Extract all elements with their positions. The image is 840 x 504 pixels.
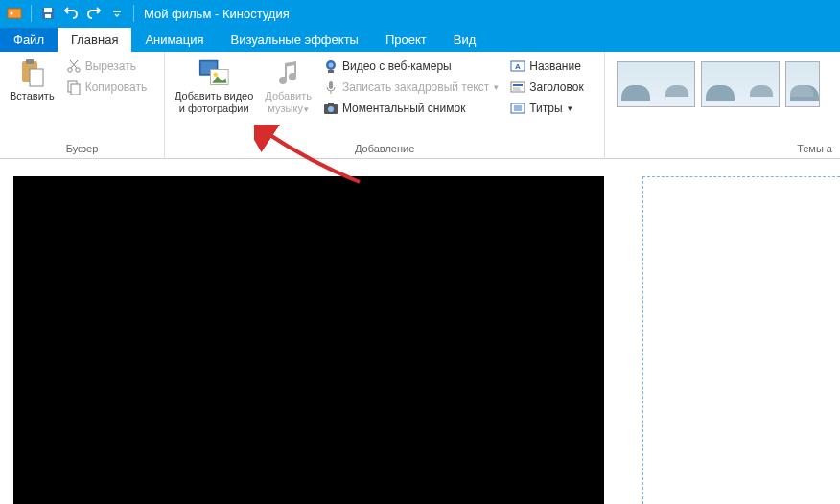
- tab-effects[interactable]: Визуальные эффекты: [217, 28, 371, 52]
- ribbon: Вставить Вырезать Копировать Буфер: [0, 52, 840, 159]
- svg-line-12: [70, 60, 77, 68]
- header-label: Заголовок: [529, 80, 583, 94]
- svg-rect-21: [328, 70, 334, 73]
- save-icon[interactable]: [37, 3, 58, 24]
- svg-text:A: A: [515, 62, 521, 71]
- webcam-button[interactable]: Видео с веб-камеры: [319, 56, 502, 77]
- tab-animation[interactable]: Анимация: [131, 28, 217, 52]
- ribbon-tabs: Файл Главная Анимация Визуальные эффекты…: [0, 27, 840, 52]
- preview-pane[interactable]: [13, 176, 604, 504]
- undo-icon[interactable]: [60, 3, 82, 24]
- svg-point-10: [75, 68, 79, 72]
- timeline-pane[interactable]: [642, 176, 840, 504]
- group-adding: Добавить видеои фотографии Добавитьмузык…: [165, 52, 605, 158]
- workspace: [0, 159, 840, 504]
- svg-point-18: [214, 73, 218, 77]
- theme-thumb-1[interactable]: [617, 61, 695, 107]
- group-themes-label: Темы а: [611, 141, 834, 156]
- svg-rect-7: [26, 59, 34, 64]
- add-media-icon: [198, 57, 229, 88]
- add-music-button[interactable]: Добавитьмузыку▾: [261, 56, 315, 141]
- qat-dropdown-icon[interactable]: [106, 3, 128, 24]
- paste-icon: [16, 57, 47, 88]
- svg-point-24: [328, 106, 334, 112]
- theme-thumb-2[interactable]: [701, 61, 780, 107]
- svg-point-2: [11, 12, 13, 15]
- copy-icon: [66, 80, 82, 95]
- svg-rect-25: [328, 103, 334, 105]
- header-icon: [510, 80, 525, 95]
- snapshot-button[interactable]: Моментальный снимок: [319, 98, 502, 119]
- copy-label: Копировать: [85, 80, 148, 94]
- tab-file[interactable]: Файл: [0, 28, 58, 52]
- group-buffer: Вставить Вырезать Копировать Буфер: [0, 52, 165, 158]
- paste-button[interactable]: Вставить: [6, 56, 58, 141]
- tab-home[interactable]: Главная: [58, 28, 131, 52]
- snapshot-label: Моментальный снимок: [342, 102, 465, 115]
- title-button[interactable]: A Название: [506, 56, 598, 77]
- svg-point-20: [328, 63, 333, 68]
- copy-button[interactable]: Копировать: [62, 77, 152, 98]
- cut-button[interactable]: Вырезать: [62, 56, 152, 77]
- webcam-label: Видео с веб-камеры: [342, 59, 452, 73]
- titlebar: Мой фильм - Киностудия: [0, 0, 840, 27]
- add-music-icon: [273, 57, 304, 88]
- webcam-icon: [323, 58, 338, 74]
- mic-icon: [323, 80, 338, 95]
- narration-label: Записать закадровый текст: [342, 80, 489, 94]
- add-media-button[interactable]: Добавить видеои фотографии: [171, 56, 257, 141]
- credits-label: Титры: [529, 102, 562, 115]
- svg-point-9: [67, 68, 71, 72]
- group-themes: Темы а: [605, 52, 840, 158]
- snapshot-icon: [323, 101, 338, 116]
- svg-rect-8: [30, 69, 43, 86]
- svg-rect-22: [329, 81, 333, 89]
- credits-icon: [510, 101, 525, 116]
- tab-project[interactable]: Проект: [372, 28, 440, 52]
- group-buffer-label: Буфер: [6, 141, 158, 156]
- svg-line-11: [71, 60, 78, 68]
- cut-label: Вырезать: [85, 59, 136, 73]
- group-adding-label: Добавление: [171, 141, 598, 156]
- cut-icon: [66, 58, 82, 74]
- app-icon[interactable]: [4, 3, 25, 24]
- svg-rect-4: [44, 8, 52, 12]
- narration-button[interactable]: Записать закадровый текст▾: [319, 77, 502, 98]
- title-label: Название: [529, 59, 581, 73]
- credits-button[interactable]: Титры▾: [506, 98, 598, 119]
- header-button[interactable]: Заголовок: [506, 77, 598, 98]
- svg-rect-0: [8, 9, 21, 18]
- tab-view[interactable]: Вид: [440, 28, 490, 52]
- svg-rect-5: [45, 14, 51, 18]
- title-icon: A: [510, 58, 525, 74]
- theme-thumb-3[interactable]: [785, 61, 820, 107]
- redo-icon[interactable]: [83, 3, 105, 24]
- window-title: Мой фильм - Киностудия: [144, 7, 290, 21]
- svg-rect-14: [71, 84, 80, 95]
